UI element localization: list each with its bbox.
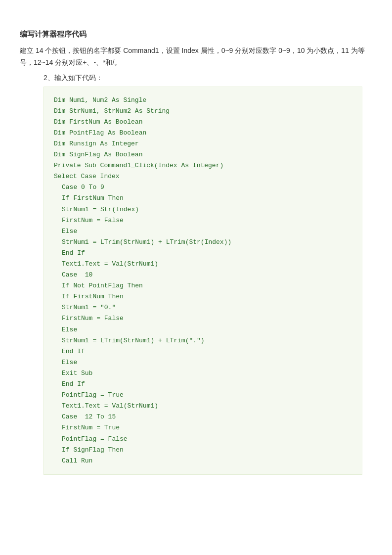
code-line-6: Dim SignFlag As Boolean <box>54 149 352 160</box>
code-line-27: End If <box>54 379 352 390</box>
code-line-28: PointFlag = True <box>54 390 352 401</box>
page-title: 编写计算器程序代码 <box>20 30 372 39</box>
code-line-15: End If <box>54 248 352 259</box>
step-label: 2、输入如下代码： <box>20 74 372 83</box>
code-line-34: Call Run <box>54 456 352 466</box>
code-line-13: Else <box>54 226 352 237</box>
code-line-20: StrNum1 = "0." <box>54 302 352 313</box>
code-line-10: If FirstNum Then <box>54 193 352 204</box>
code-line-24: End If <box>54 346 352 357</box>
code-line-14: StrNum1 = LTrim(StrNum1) + LTrim(Str(Ind… <box>54 237 352 248</box>
code-line-25: Else <box>54 357 352 368</box>
code-line-1: Dim Num1, Num2 As Single <box>54 95 352 106</box>
code-line-26: Exit Sub <box>54 368 352 379</box>
code-line-18: If Not PointFlag Then <box>54 280 352 291</box>
code-line-3: Dim FirstNum As Boolean <box>54 117 352 128</box>
code-line-19: If FirstNum Then <box>54 291 352 302</box>
code-line-22: Else <box>54 324 352 335</box>
code-line-4: Dim PointFlag As Boolean <box>54 128 352 139</box>
code-line-29: Text1.Text = Val(StrNum1) <box>54 401 352 412</box>
intro-text: 建立 14 个按钮，按钮的名字都要 Command1，设置 Index 属性，0… <box>20 45 372 69</box>
code-line-32: PointFlag = False <box>54 434 352 445</box>
code-line-31: FirstNum = True <box>54 422 352 433</box>
code-line-30: Case 12 To 15 <box>54 412 352 422</box>
code-block: Dim Num1, Num2 As Single Dim StrNum1, St… <box>44 87 362 475</box>
code-line-21: FirstNum = False <box>54 313 352 324</box>
code-line-2: Dim StrNum1, StrNum2 As String <box>54 106 352 117</box>
code-line-12: FirstNum = False <box>54 215 352 226</box>
code-line-7: Private Sub Command1_Click(Index As Inte… <box>54 160 352 171</box>
code-line-17: Case 10 <box>54 270 352 280</box>
code-line-33: If SignFlag Then <box>54 445 352 456</box>
code-line-23: StrNum1 = LTrim(StrNum1) + LTrim(".") <box>54 335 352 346</box>
code-line-16: Text1.Text = Val(StrNum1) <box>54 259 352 270</box>
code-line-5: Dim Runsign As Integer <box>54 139 352 149</box>
code-line-11: StrNum1 = Str(Index) <box>54 204 352 215</box>
code-line-8: Select Case Index <box>54 171 352 182</box>
code-line-9: Case 0 To 9 <box>54 182 352 193</box>
